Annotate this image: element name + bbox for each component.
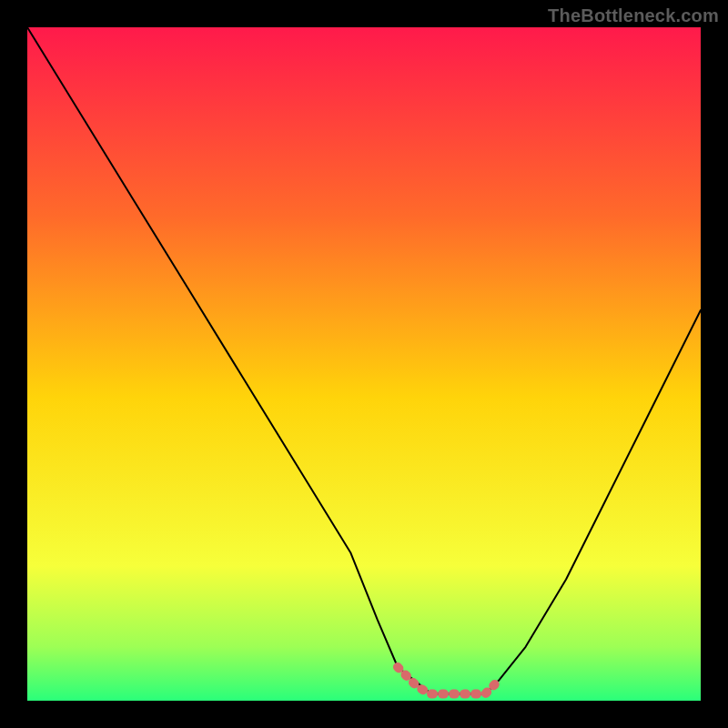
bottleneck-curve: [27, 27, 701, 694]
chart-overlay: [27, 27, 701, 701]
chart-container: TheBottleneck.com: [0, 0, 728, 728]
highlight-segment: [398, 667, 499, 694]
watermark-text: TheBottleneck.com: [548, 5, 719, 26]
